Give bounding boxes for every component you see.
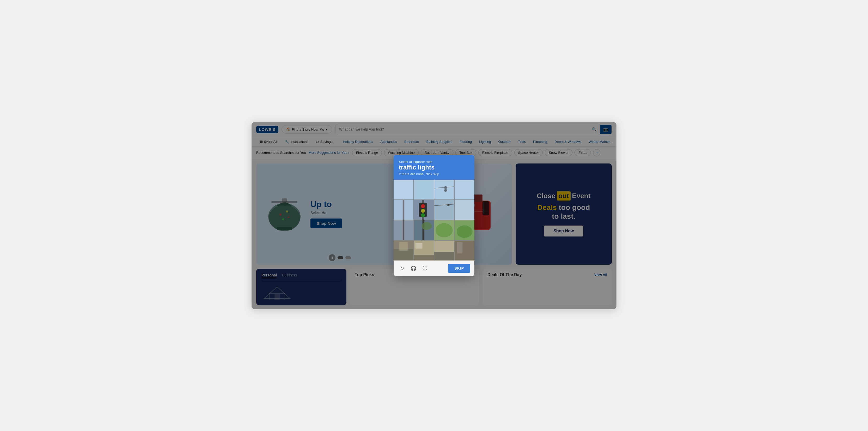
captcha-cell-7[interactable] [455, 200, 474, 220]
svg-point-27 [421, 204, 425, 208]
captcha-cell-9[interactable] [414, 220, 434, 240]
svg-rect-32 [403, 220, 405, 240]
captcha-reload-button[interactable]: ↻ [398, 264, 406, 273]
svg-rect-40 [415, 243, 422, 249]
captcha-grid [394, 180, 474, 260]
svg-point-36 [457, 225, 472, 238]
captcha-cell-1[interactable] [414, 180, 434, 199]
svg-rect-38 [399, 242, 408, 251]
svg-point-23 [444, 189, 447, 192]
svg-line-21 [434, 187, 454, 188]
svg-point-31 [447, 204, 450, 206]
svg-point-34 [422, 222, 432, 230]
svg-point-29 [421, 213, 425, 217]
captcha-cell-13[interactable] [414, 241, 434, 260]
captcha-cell-0[interactable] [394, 180, 413, 199]
captcha-dialog: Select all squares with traffic lights I… [394, 155, 474, 276]
captcha-select-all-text: Select all squares with [399, 160, 469, 164]
svg-rect-43 [434, 252, 454, 260]
svg-rect-24 [403, 200, 405, 220]
svg-point-28 [421, 209, 425, 213]
svg-rect-42 [434, 241, 454, 252]
svg-rect-45 [457, 242, 463, 253]
captcha-cell-2[interactable] [434, 180, 454, 199]
captcha-cell-12[interactable] [394, 241, 413, 260]
captcha-cell-5[interactable] [414, 200, 434, 220]
captcha-cell-10[interactable] [434, 220, 454, 240]
captcha-cell-15[interactable] [455, 241, 474, 260]
captcha-cell-6[interactable] [434, 200, 454, 220]
svg-point-35 [436, 223, 453, 237]
captcha-header: Select all squares with traffic lights I… [394, 155, 474, 180]
svg-line-30 [434, 204, 454, 206]
captcha-cell-3[interactable] [455, 180, 474, 199]
captcha-overlay: Select all squares with traffic lights I… [251, 122, 617, 309]
captcha-icons: ↻ 🎧 ⓘ [398, 264, 429, 273]
captcha-cell-14[interactable] [434, 241, 454, 260]
captcha-footer: ↻ 🎧 ⓘ SKIP [394, 260, 474, 276]
svg-rect-41 [414, 255, 434, 260]
svg-rect-37 [394, 249, 413, 260]
captcha-instruction-text: If there are none, click skip [399, 172, 469, 176]
captcha-subject-text: traffic lights [399, 164, 469, 171]
captcha-cell-11[interactable] [455, 220, 474, 240]
captcha-skip-button[interactable]: SKIP [448, 264, 470, 273]
svg-point-22 [444, 186, 447, 189]
captcha-audio-button[interactable]: 🎧 [409, 264, 417, 273]
captcha-cell-8[interactable] [394, 220, 413, 240]
captcha-cell-4[interactable] [394, 200, 413, 220]
captcha-info-button[interactable]: ⓘ [421, 264, 429, 273]
